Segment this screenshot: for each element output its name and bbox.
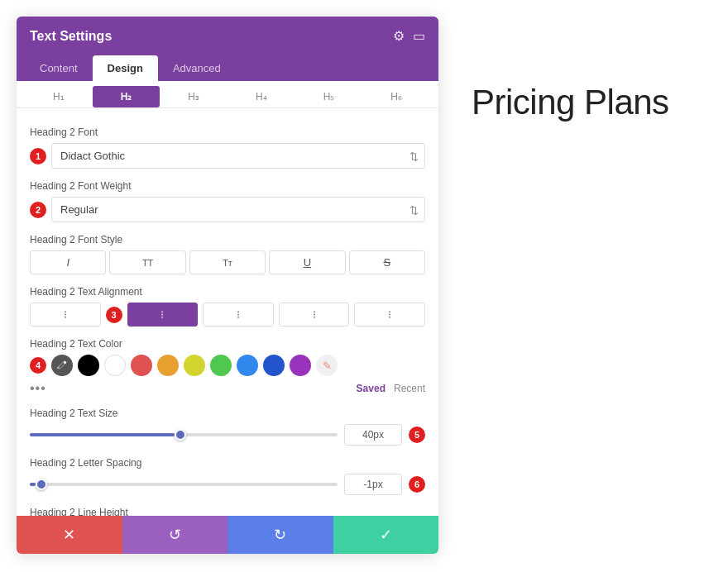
h2-lineheight-label: Heading 2 Line Height	[30, 507, 425, 516]
h5-tab[interactable]: H₅	[295, 86, 363, 107]
h2-weight-select-wrap: Regular Bold Light ⇅	[51, 197, 425, 222]
swatch-yellow[interactable]	[184, 355, 205, 376]
badge-4: 4	[30, 357, 46, 374]
h2-tab[interactable]: H₂	[93, 86, 160, 107]
badge-2: 2	[30, 202, 46, 218]
h2-spacing-thumb	[36, 479, 47, 490]
text-settings-panel: Text Settings ⚙ ▭ Content Design Advance…	[17, 17, 438, 554]
h2-size-slider-row: 5	[30, 424, 425, 446]
expand-icon[interactable]: ▭	[413, 28, 425, 44]
h2-style-buttons: I TT Tт U S	[30, 250, 425, 274]
saved-tab[interactable]: Saved	[357, 383, 386, 394]
align-justify-btn[interactable]: ⁝	[279, 303, 350, 327]
style-btn-strikethrough[interactable]: S	[349, 250, 425, 274]
swatch-green[interactable]	[210, 355, 232, 376]
swatch-red[interactable]	[131, 355, 152, 376]
panel-title: Text Settings	[30, 29, 112, 44]
h2-style-label: Heading 2 Font Style	[30, 234, 425, 245]
h6-tab[interactable]: H₆	[362, 86, 430, 107]
cancel-button[interactable]: ✕	[17, 516, 122, 554]
saved-recent-tabs: Saved Recent	[357, 383, 425, 394]
color-picker-btn[interactable]	[51, 355, 73, 376]
panel-header: Text Settings ⚙ ▭	[17, 17, 438, 55]
align-center-btn[interactable]: ⁝	[127, 303, 199, 327]
style-btn-underline[interactable]: U	[269, 250, 345, 274]
h2-font-row: 1 Didact Gothic Open Sans Roboto ⇅	[30, 143, 425, 169]
align-left-btn[interactable]: ⁝	[30, 303, 101, 327]
h2-size-fill	[30, 433, 175, 436]
swatch-dark[interactable]	[78, 355, 99, 376]
h3-tab[interactable]: H₃	[160, 86, 228, 107]
color-swatch-row: 4 ✎	[30, 355, 425, 376]
swatch-white[interactable]	[104, 355, 126, 376]
h2-spacing-fill	[30, 483, 36, 486]
badge-5: 5	[409, 427, 425, 443]
h2-color-label: Heading 2 Text Color	[30, 338, 425, 350]
badge-6: 6	[409, 476, 425, 493]
h1-tab[interactable]: H₁	[25, 86, 93, 107]
h2-font-label: Heading 2 Font	[30, 126, 425, 138]
swatch-darkblue[interactable]	[263, 355, 285, 376]
h4-tab[interactable]: H₄	[228, 86, 295, 107]
h2-size-input-row: 5	[30, 424, 425, 446]
badge-3: 3	[106, 307, 122, 323]
redo-button[interactable]: ↻	[228, 516, 333, 554]
more-colors-btn[interactable]: •••	[30, 381, 46, 396]
h2-spacing-slider-row: 6	[30, 474, 425, 495]
panel-header-icons: ⚙ ▭	[393, 28, 425, 44]
style-btn-italic[interactable]: I	[30, 250, 106, 274]
h2-weight-label: Heading 2 Font Weight	[30, 180, 425, 192]
h2-size-label: Heading 2 Text Size	[30, 408, 425, 419]
style-btn-uppercase[interactable]: TT	[109, 250, 185, 274]
h2-color-section: 4 ✎ •••	[30, 355, 425, 396]
swatch-orange[interactable]	[157, 355, 179, 376]
h2-align-label: Heading 2 Text Alignment	[30, 286, 425, 298]
tab-content[interactable]: Content	[25, 55, 93, 81]
align-right-btn[interactable]: ⁝	[203, 303, 274, 327]
h2-size-input[interactable]	[344, 424, 402, 446]
h2-spacing-input-row: 6	[30, 474, 425, 495]
tab-design[interactable]: Design	[93, 55, 158, 81]
h2-size-thumb	[175, 429, 186, 441]
swatch-blue[interactable]	[237, 355, 258, 376]
h2-spacing-input[interactable]	[344, 474, 402, 495]
style-btn-capitalize[interactable]: Tт	[189, 250, 266, 274]
swatch-eraser[interactable]: ✎	[316, 355, 338, 376]
confirm-button[interactable]: ✓	[333, 516, 439, 554]
swatch-purple[interactable]	[290, 355, 311, 376]
h2-weight-row: 2 Regular Bold Light ⇅	[30, 197, 425, 222]
reset-button[interactable]: ↺	[122, 516, 228, 554]
settings-icon[interactable]: ⚙	[393, 28, 405, 44]
h2-spacing-track[interactable]	[30, 483, 338, 486]
h2-font-select-wrap: Didact Gothic Open Sans Roboto ⇅	[51, 143, 425, 169]
h2-align-row: ⁝ 3 ⁝ ⁝ ⁝ ⁝	[30, 303, 425, 327]
bottom-bar: ✕ ↺ ↻ ✓	[17, 516, 438, 554]
h2-font-select[interactable]: Didact Gothic Open Sans Roboto	[51, 143, 425, 169]
badge-1: 1	[30, 148, 46, 164]
align-justify2-btn[interactable]: ⁝	[354, 303, 425, 327]
pricing-plans-heading: Pricing Plans	[472, 83, 669, 122]
h2-weight-select[interactable]: Regular Bold Light	[51, 197, 425, 222]
svg-point-0	[64, 361, 66, 364]
tab-advanced[interactable]: Advanced	[158, 55, 236, 81]
h2-spacing-label: Heading 2 Letter Spacing	[30, 457, 425, 469]
tab-bar: Content Design Advanced	[17, 55, 438, 81]
h2-size-track[interactable]	[30, 433, 338, 436]
right-area: Pricing Plans	[438, 17, 711, 555]
recent-tab[interactable]: Recent	[394, 383, 425, 394]
heading-tabs: H₁ H₂ H₃ H₄ H₅ H₆	[17, 81, 438, 108]
panel-content: Heading 2 Font 1 Didact Gothic Open Sans…	[17, 108, 438, 516]
